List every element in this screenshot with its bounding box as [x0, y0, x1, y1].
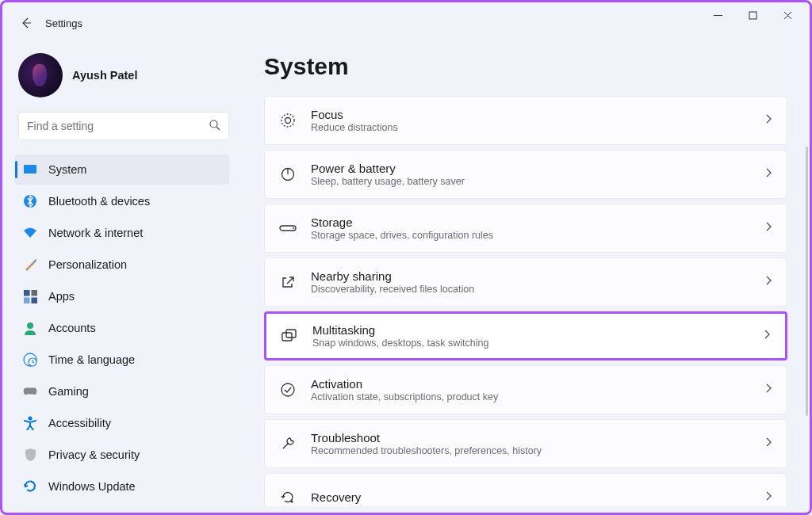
- paintbrush-icon: [23, 258, 37, 272]
- sidebar-item-label: Personalization: [48, 258, 127, 271]
- card-troubleshoot[interactable]: Troubleshoot Recommended troubleshooters…: [264, 419, 787, 468]
- card-subtitle: Recommended troubleshooters, preferences…: [311, 445, 757, 456]
- apps-icon: [23, 289, 37, 303]
- card-subtitle: Reduce distractions: [311, 122, 757, 133]
- search-box[interactable]: [18, 112, 229, 140]
- chevron-right-icon: [765, 490, 772, 505]
- chevron-right-icon: [765, 167, 772, 181]
- card-subtitle: Activation state, subscriptions, product…: [311, 391, 757, 402]
- page-title: System: [264, 53, 795, 80]
- minimize-button[interactable]: [700, 4, 735, 26]
- close-button[interactable]: [770, 4, 805, 26]
- svg-rect-10: [31, 290, 37, 296]
- svg-point-17: [282, 114, 294, 127]
- header-bar: Settings: [2, 2, 810, 36]
- card-title: Storage: [311, 216, 757, 229]
- accessibility-icon: [23, 416, 37, 430]
- sidebar-item-accessibility[interactable]: Accessibility: [15, 408, 229, 438]
- person-icon: [23, 321, 37, 335]
- sidebar-item-label: Bluetooth & devices: [48, 195, 150, 208]
- bluetooth-icon: [23, 194, 37, 208]
- sidebar-item-label: System: [48, 163, 86, 176]
- card-storage[interactable]: Storage Storage space, drives, configura…: [264, 204, 787, 253]
- chevron-right-icon: [764, 329, 771, 343]
- sidebar-item-label: Windows Update: [48, 480, 136, 493]
- sidebar-item-apps[interactable]: Apps: [15, 281, 229, 311]
- maximize-button[interactable]: [735, 4, 770, 26]
- card-title: Activation: [311, 377, 757, 391]
- card-title: Nearby sharing: [311, 269, 757, 283]
- svg-rect-9: [24, 290, 30, 296]
- svg-point-18: [285, 118, 291, 124]
- power-icon: [279, 166, 297, 183]
- sidebar-item-time-language[interactable]: Time & language: [15, 345, 229, 375]
- settings-cards: Focus Reduce distractions Power & batter…: [264, 96, 795, 506]
- focus-icon: [279, 112, 297, 129]
- chevron-right-icon: [765, 383, 772, 397]
- share-icon: [279, 273, 297, 291]
- sidebar-item-network[interactable]: Network & internet: [15, 218, 229, 248]
- chevron-right-icon: [765, 221, 772, 235]
- svg-point-16: [29, 417, 33, 421]
- multitasking-icon: [281, 327, 298, 345]
- recovery-icon: [279, 489, 297, 506]
- sidebar-item-system[interactable]: System: [15, 154, 229, 185]
- sidebar-item-label: Apps: [48, 290, 75, 303]
- sidebar: Ayush Patel System Bluetooth & devices N…: [2, 36, 240, 513]
- nav-list: System Bluetooth & devices Network & int…: [15, 154, 232, 502]
- card-subtitle: Storage space, drives, configuration rul…: [311, 230, 757, 241]
- svg-rect-23: [282, 333, 292, 341]
- back-button[interactable]: [18, 15, 34, 31]
- sidebar-item-bluetooth[interactable]: Bluetooth & devices: [15, 186, 229, 216]
- svg-rect-1: [749, 12, 756, 19]
- card-title: Multitasking: [312, 323, 756, 337]
- sidebar-item-label: Gaming: [48, 385, 89, 398]
- chevron-right-icon: [765, 275, 772, 289]
- sidebar-item-label: Accounts: [48, 322, 96, 334]
- card-subtitle: Discoverability, received files location: [311, 284, 757, 295]
- avatar: [18, 53, 63, 97]
- gamepad-icon: [23, 384, 37, 399]
- card-nearby-sharing[interactable]: Nearby sharing Discoverability, received…: [264, 258, 787, 307]
- svg-point-26: [291, 501, 293, 503]
- check-circle-icon: [279, 381, 297, 399]
- svg-point-25: [282, 383, 294, 396]
- sidebar-item-label: Accessibility: [48, 417, 111, 429]
- svg-rect-12: [31, 297, 37, 303]
- globe-clock-icon: [23, 353, 37, 367]
- svg-rect-24: [286, 330, 296, 338]
- svg-point-5: [210, 120, 217, 128]
- search-icon: [209, 119, 220, 134]
- card-title: Troubleshoot: [311, 431, 757, 444]
- sidebar-item-windows-update[interactable]: Windows Update: [15, 471, 229, 502]
- sidebar-item-privacy[interactable]: Privacy & security: [15, 440, 229, 470]
- card-title: Power & battery: [311, 162, 757, 175]
- wrench-icon: [279, 435, 297, 452]
- profile-block[interactable]: Ayush Patel: [15, 47, 232, 112]
- sync-icon: [23, 479, 37, 494]
- sidebar-item-personalization[interactable]: Personalization: [15, 250, 229, 280]
- sidebar-item-label: Privacy & security: [48, 448, 140, 461]
- card-recovery[interactable]: Recovery: [264, 473, 787, 506]
- card-subtitle: Sleep, battery usage, battery saver: [311, 176, 757, 187]
- user-name: Ayush Patel: [72, 69, 137, 82]
- svg-line-6: [216, 127, 220, 130]
- storage-icon: [279, 219, 297, 237]
- svg-point-13: [27, 322, 33, 329]
- search-input[interactable]: [27, 120, 209, 132]
- card-title: Focus: [311, 108, 757, 121]
- card-multitasking[interactable]: Multitasking Snap windows, desktops, tas…: [264, 311, 787, 360]
- svg-rect-7: [24, 165, 36, 174]
- scrollbar[interactable]: [806, 147, 808, 416]
- arrow-left-icon: [20, 17, 33, 29]
- card-subtitle: Snap windows, desktops, task switching: [312, 338, 756, 349]
- sidebar-item-label: Time & language: [48, 353, 135, 366]
- sidebar-item-gaming[interactable]: Gaming: [15, 376, 229, 406]
- sidebar-item-label: Network & internet: [48, 227, 143, 239]
- card-power-battery[interactable]: Power & battery Sleep, battery usage, ba…: [264, 150, 787, 199]
- card-focus[interactable]: Focus Reduce distractions: [264, 96, 787, 145]
- sidebar-item-accounts[interactable]: Accounts: [15, 313, 229, 343]
- card-title: Recovery: [311, 490, 757, 504]
- main-content: System Focus Reduce distractions Power &…: [240, 36, 810, 513]
- card-activation[interactable]: Activation Activation state, subscriptio…: [264, 365, 787, 414]
